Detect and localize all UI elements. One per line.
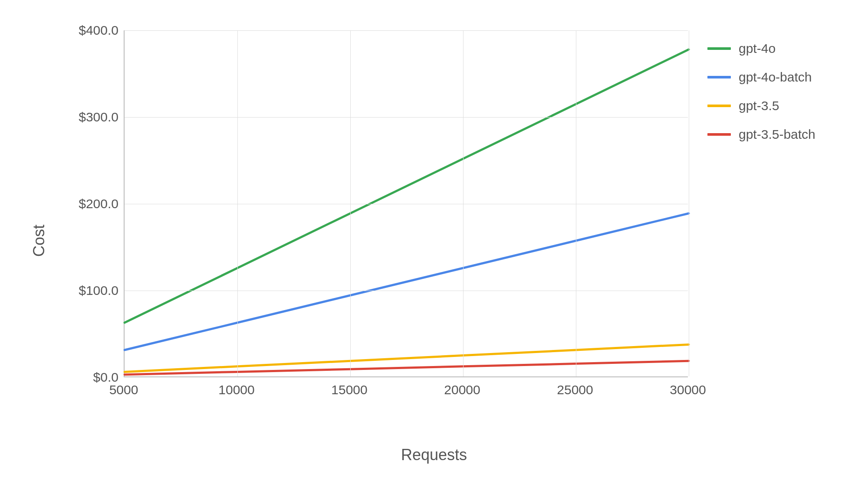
legend-swatch [707,47,731,50]
legend-label: gpt-3.5 [739,98,779,113]
gridline-v [689,30,689,376]
gridline-v [237,30,238,376]
legend: gpt-4ogpt-4o-batchgpt-3.5gpt-3.5-batch [707,41,815,156]
x-tick-label: 10000 [218,383,254,397]
y-tick-label: $400.0 [79,23,118,38]
x-tick-label: 5000 [109,383,138,397]
legend-label: gpt-4o-batch [739,70,812,85]
legend-swatch [707,76,731,78]
y-tick-label: $100.0 [79,283,118,298]
legend-item-gpt-3.5-batch: gpt-3.5-batch [707,127,815,142]
x-tick-label: 15000 [331,383,367,397]
x-tick-label: 20000 [444,383,480,397]
legend-swatch [707,105,731,107]
legend-item-gpt-3.5: gpt-3.5 [707,98,815,113]
gridline-v [463,30,464,376]
chart-container: Cost $0.0$100.0$200.0$300.0$400.05000100… [30,17,838,464]
legend-item-gpt-4o-batch: gpt-4o-batch [707,70,815,85]
gridline-h [125,117,688,118]
legend-label: gpt-3.5-batch [739,127,815,142]
legend-label: gpt-4o [739,41,776,56]
plot-wrap: $0.0$100.0$200.0$300.0$400.0500010000150… [124,30,688,408]
x-tick-label: 30000 [670,383,706,397]
x-axis-label: Requests [401,446,467,464]
gridline-h [125,204,688,204]
y-tick-label: $200.0 [79,196,118,211]
y-tick-label: $300.0 [79,110,118,124]
gridline-v [350,30,351,376]
x-tick-label: 25000 [557,383,593,397]
legend-item-gpt-4o: gpt-4o [707,41,815,56]
plot-area [124,30,688,377]
legend-swatch [707,133,731,136]
gridline-h [125,291,688,291]
gridline-h [125,30,688,31]
gridline-v [576,30,576,376]
y-axis-label: Cost [30,225,48,257]
